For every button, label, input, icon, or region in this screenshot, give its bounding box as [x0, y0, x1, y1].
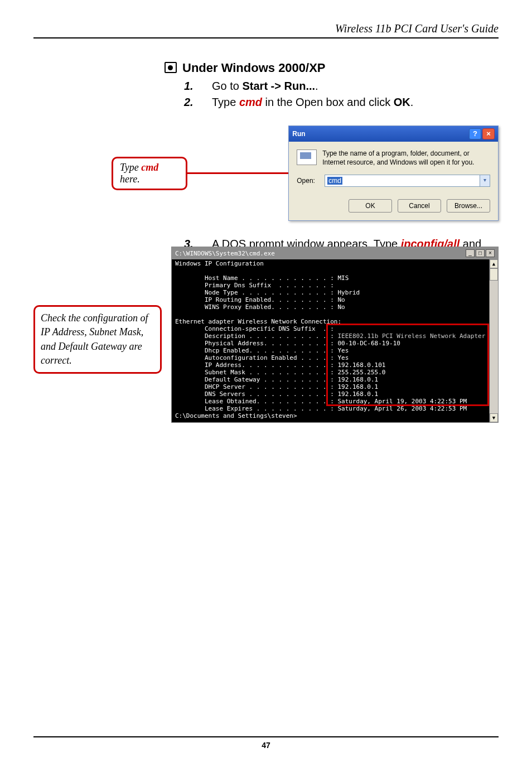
cmd-output: Windows IP Configuration Host Name . . .…	[172, 259, 498, 422]
bold-text: OK	[394, 96, 410, 108]
text: Go to	[212, 80, 242, 92]
cmd-text: Connection-specific DNS Suffix . : Descr…	[175, 325, 337, 340]
step-text: Go to Start -> Run....	[212, 80, 499, 93]
ok-button[interactable]: OK	[349, 199, 392, 213]
section-heading: Under Windows 2000/XP	[182, 61, 326, 75]
cmd-titlebar: C:\WINDOWS\System32\cmd.exe _ □ ×	[172, 247, 498, 259]
callout-leader-line	[186, 172, 289, 174]
cmd-text: Windows IP Configuration Host Name . . .…	[175, 260, 360, 325]
text: Type	[120, 162, 141, 173]
text: .	[410, 96, 414, 108]
run-titlebar: Run ? ×	[289, 126, 498, 142]
help-icon[interactable]: ?	[469, 128, 481, 139]
minimize-icon[interactable]: _	[466, 249, 475, 257]
page-number: 47	[262, 741, 270, 750]
open-label: Open:	[297, 177, 319, 185]
step-1: 1. Go to Start -> Run....	[184, 80, 499, 93]
text: in the Open box and click	[262, 96, 394, 108]
step-number: 2.	[184, 96, 212, 109]
step-number: 1.	[184, 80, 212, 93]
scroll-up-icon[interactable]: ▲	[490, 259, 498, 268]
close-icon[interactable]: ×	[486, 249, 495, 257]
open-input[interactable]: cmd ▾	[325, 175, 490, 187]
browse-button[interactable]: Browse...	[447, 199, 490, 213]
cmd-adapter-desc: IEEE802.11b PCI Wireless Network Adapter	[337, 332, 485, 340]
close-icon[interactable]: ×	[482, 128, 495, 139]
callout-check-config: Check the configuration of IP Address, S…	[33, 305, 162, 374]
cancel-button[interactable]: Cancel	[398, 199, 441, 213]
bullet-icon	[165, 62, 177, 73]
cmd-prompt: C:\Documents and Settings\steven>	[175, 412, 297, 419]
callout-cmd-here: Type cmd here.	[112, 157, 187, 190]
dropdown-arrow-icon[interactable]: ▾	[480, 175, 490, 186]
scroll-thumb[interactable]	[490, 268, 498, 281]
cmd-window: C:\WINDOWS\System32\cmd.exe _ □ × Window…	[171, 247, 499, 422]
run-app-icon	[297, 149, 317, 165]
text: here.	[120, 173, 140, 185]
page-footer: 47	[33, 736, 499, 750]
run-title: Run	[292, 130, 305, 138]
bold-text: Start -> Run...	[242, 80, 315, 92]
text: Type	[212, 96, 239, 108]
cmd-text: Physical Address. . . . . . . . . : 00-1…	[175, 340, 467, 412]
step-text: Type cmd in the Open box and click OK.	[212, 96, 499, 109]
run-description: Type the name of a program, folder, docu…	[322, 149, 490, 167]
text: .	[315, 80, 318, 92]
maximize-icon[interactable]: □	[476, 249, 485, 257]
scroll-down-icon[interactable]: ▼	[490, 413, 498, 422]
command-text: cmd	[141, 162, 158, 173]
open-input-value: cmd	[327, 177, 342, 185]
run-dialog: Run ? × Type the name of a program, fold…	[288, 126, 499, 221]
step-2: 2. Type cmd in the Open box and click OK…	[184, 96, 499, 109]
cmd-title: C:\WINDOWS\System32\cmd.exe	[175, 250, 275, 257]
page-header: Wireless 11b PCI Card User's Guide	[33, 22, 499, 38]
command-text: cmd	[239, 96, 262, 108]
scrollbar[interactable]: ▲ ▼	[489, 259, 498, 422]
